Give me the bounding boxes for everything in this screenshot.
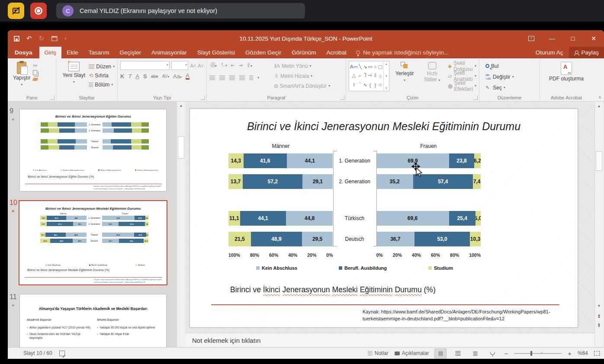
tab-gorunum[interactable]: Görünüm bbox=[286, 47, 321, 58]
slide-caption[interactable]: Birinci ve İkinci Jenerasyonun Mesleki E… bbox=[230, 285, 436, 294]
thumbnail-scrollbar[interactable]: ▲ bbox=[177, 102, 185, 347]
oval-shape-icon[interactable]: ○ bbox=[374, 64, 377, 69]
grow-font-icon[interactable]: A˄ bbox=[190, 63, 196, 68]
ribbon-display-options-button[interactable]: ↑ bbox=[521, 30, 542, 47]
scroll-down-icon[interactable]: ▼ bbox=[595, 304, 603, 308]
bullets-icon[interactable]: ⁝▾ bbox=[209, 62, 217, 68]
zoom-out-button[interactable]: − bbox=[504, 350, 508, 357]
scroll-thumb[interactable] bbox=[596, 151, 602, 171]
tab-animasyonlar[interactable]: Animasyonlar bbox=[146, 47, 192, 58]
shapes-gallery-scrollbar[interactable]: ▴▾⊻ bbox=[383, 61, 389, 91]
curve-shape-icon[interactable]: ∿ bbox=[363, 82, 367, 88]
yazi-tipi-dialog-launcher[interactable] bbox=[201, 96, 205, 100]
comments-toggle[interactable]: Açıklamalar bbox=[395, 350, 429, 356]
cut-icon[interactable]: ✂ bbox=[33, 63, 38, 69]
share-button[interactable]: Paylaş bbox=[569, 47, 604, 58]
tab-tasarim[interactable]: Tasarım bbox=[84, 47, 115, 58]
paragraf-dialog-launcher[interactable] bbox=[340, 96, 344, 100]
shape-effects-button[interactable]: ◍Şekil Efektleri▾ bbox=[448, 82, 476, 90]
shadow-button[interactable]: S bbox=[143, 73, 147, 80]
maximize-button[interactable]: □ bbox=[562, 30, 583, 47]
tab-dosya[interactable]: Dosya bbox=[8, 47, 39, 58]
line-shape-icon[interactable]: ╲ bbox=[359, 64, 362, 70]
smartart-button[interactable]: ⧉SmartArt'a Dönüştür▾ bbox=[274, 82, 330, 90]
justify-icon[interactable] bbox=[239, 76, 245, 80]
line-spacing-icon[interactable]: ⇕▾ bbox=[246, 62, 252, 68]
zoom-in-button[interactable]: + bbox=[568, 350, 572, 357]
decrease-indent-icon[interactable]: ⇤ bbox=[231, 62, 235, 68]
align-left-icon[interactable] bbox=[209, 76, 215, 80]
star-shape-icon[interactable]: ☆ bbox=[378, 82, 382, 88]
slide-11-thumbnail[interactable]: Almanya'da Yaşayan Türklerin Akademik ve… bbox=[19, 294, 167, 347]
elbow-shape-icon[interactable]: ⌐ bbox=[359, 73, 361, 78]
slide-title[interactable]: Birinci ve İkinci Jenerasyonun Mesleki E… bbox=[190, 120, 578, 133]
normal-view-button[interactable]: ▤ bbox=[435, 349, 446, 358]
callout-shape-icon[interactable]: ⌂ bbox=[379, 73, 382, 78]
font-size-combobox[interactable] bbox=[171, 61, 188, 70]
shape-outline-button[interactable]: ▱Şekil Anahattı▾ bbox=[448, 72, 476, 80]
quick-styles-button[interactable]: Hızlı Stiller ▾ bbox=[420, 61, 444, 91]
scribble-shape-icon[interactable]: ⌇ bbox=[353, 82, 355, 88]
shape-fill-button[interactable]: ◈Şekil Dolgusu▾ bbox=[448, 62, 476, 70]
screen-share-off-icon[interactable] bbox=[8, 3, 24, 19]
numbering-icon[interactable]: ⒈▾ bbox=[220, 61, 227, 69]
new-slide-button[interactable]: Yeni Slayt ▾ bbox=[59, 61, 89, 89]
collapse-ribbon-icon[interactable]: ∧ bbox=[598, 95, 601, 99]
notes-pane[interactable]: Not eklemek için tıklatın bbox=[185, 333, 594, 347]
triangle-shape-icon[interactable]: △ bbox=[352, 73, 356, 78]
find-button[interactable]: Bul bbox=[485, 62, 537, 70]
elbow-arrow-shape-icon[interactable]: Ⴈ bbox=[364, 73, 366, 78]
align-text-button[interactable]: ⇳Metni Hizala▾ bbox=[274, 72, 330, 80]
strikethrough-button[interactable]: abe bbox=[151, 74, 158, 79]
tell-me-search[interactable]: Ne yapmak istediğinizi söyleyin... bbox=[356, 47, 449, 58]
paste-button[interactable]: Yapıştır▾ bbox=[10, 61, 33, 88]
slide-canvas[interactable]: Birinci ve İkinci Jenerasyonun Mesleki E… bbox=[190, 109, 578, 328]
columns-icon[interactable] bbox=[249, 76, 253, 80]
tab-gecisler[interactable]: Geçişler bbox=[115, 47, 147, 58]
reset-button[interactable]: ⟲Sıfırla bbox=[89, 71, 115, 80]
font-color-button[interactable]: A bbox=[186, 73, 190, 80]
arrow-shape-icon[interactable]: ↘ bbox=[363, 64, 367, 70]
save-icon[interactable] bbox=[14, 36, 19, 42]
change-case-button[interactable]: Aa▾ bbox=[173, 73, 182, 80]
start-presentation-icon[interactable]: 🗔 bbox=[51, 35, 58, 42]
down-arrow-shape-icon[interactable]: ⇩ bbox=[373, 73, 377, 78]
copy-icon[interactable] bbox=[33, 70, 37, 75]
shapes-gallery[interactable]: A▭ ╲ ↘ ▭ ○ ▢ △ ⌐ Ⴈ ⇨ ⇩ ⌂ ⌇ ⌒ ∿ { } bbox=[349, 61, 389, 91]
italic-button[interactable]: T bbox=[128, 73, 132, 80]
pdf-create-button[interactable]: PDF oluşturma bbox=[543, 61, 590, 83]
zoom-slider-thumb[interactable] bbox=[530, 351, 532, 356]
undo-icon[interactable]: ↶ bbox=[26, 35, 32, 42]
pano-dialog-launcher[interactable] bbox=[50, 96, 55, 100]
tab-giris[interactable]: Giriş bbox=[39, 47, 62, 58]
close-button[interactable]: ✕ bbox=[583, 30, 604, 47]
section-button[interactable]: Bölüm▾ bbox=[89, 80, 115, 89]
thumb-scroll-up-icon[interactable]: ▲ bbox=[177, 104, 185, 108]
notes-toggle[interactable]: Notlar bbox=[368, 350, 389, 356]
arrange-button[interactable]: Yerleştir▾ bbox=[393, 61, 417, 91]
tab-slayt-gosterisi[interactable]: Slayt Gösterisi bbox=[192, 47, 240, 58]
character-spacing-button[interactable]: AV▾ bbox=[162, 74, 169, 79]
thumb-scroll-thumb[interactable] bbox=[178, 136, 184, 159]
bold-button[interactable]: K bbox=[120, 73, 124, 80]
source-citation[interactable]: Kaynak: https://www.bamf.de/SharedDocs/A… bbox=[363, 309, 566, 322]
previous-slide-button[interactable]: ▲▲ bbox=[595, 314, 603, 318]
main-scrollbar[interactable]: ▲ ▼ ▲▲ ▼▼ bbox=[594, 102, 603, 347]
align-center-icon[interactable] bbox=[219, 76, 225, 80]
slideshow-view-button[interactable] bbox=[487, 349, 498, 358]
rectangle-shape-icon[interactable]: ▭ bbox=[368, 64, 372, 70]
right-brace-shape-icon[interactable]: } bbox=[374, 83, 376, 88]
zoom-slider[interactable] bbox=[514, 353, 562, 354]
tab-ekle[interactable]: Ekle bbox=[61, 47, 83, 58]
right-arrow-shape-icon[interactable]: ⇨ bbox=[368, 73, 372, 78]
zoom-level[interactable]: %64 bbox=[578, 350, 588, 356]
text-direction-button[interactable]: ‖AMetin Yönü▾ bbox=[274, 62, 330, 70]
qat-customize-icon[interactable]: ▾ bbox=[64, 36, 67, 41]
underline-button[interactable]: A bbox=[135, 73, 139, 80]
redo-icon[interactable]: ↻ bbox=[39, 35, 45, 42]
increase-indent-icon[interactable]: ⇥ bbox=[238, 62, 243, 68]
reading-view-button[interactable]: ▥ bbox=[469, 349, 481, 358]
next-slide-button[interactable]: ▼▼ bbox=[595, 324, 603, 327]
left-brace-shape-icon[interactable]: { bbox=[369, 83, 371, 88]
replace-button[interactable]: ab⤷acDeğiştir▾ bbox=[485, 73, 537, 81]
